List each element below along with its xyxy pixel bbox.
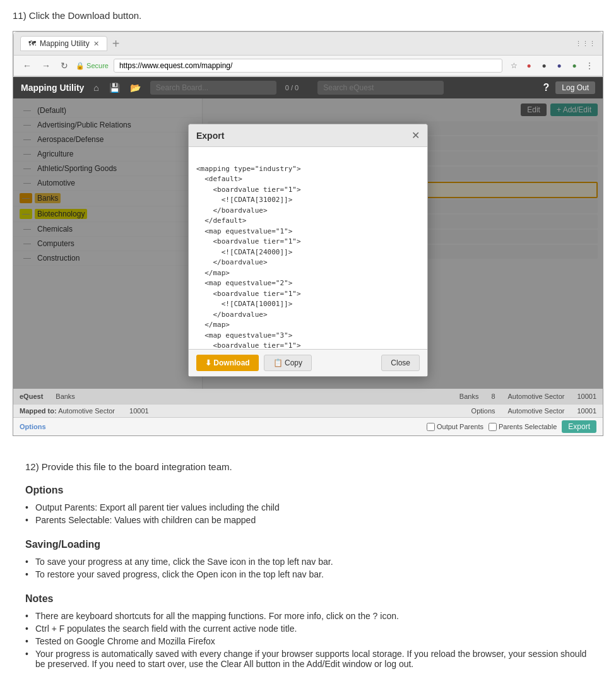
download-button[interactable]: ⬇ Download	[196, 355, 259, 371]
back-button[interactable]: ←	[20, 59, 34, 72]
output-parents-checkbox[interactable]	[427, 423, 435, 431]
automotive-sector-value: 10001	[577, 393, 596, 400]
forward-button[interactable]: →	[39, 59, 53, 72]
options-heading: Options	[25, 485, 591, 496]
modal-header: Export ✕	[189, 124, 427, 147]
mapped-to-label: Mapped to:	[20, 407, 57, 415]
modal-overlay: Export ✕ <mapping type="industry"> <defa…	[13, 98, 603, 389]
list-item: To save your progress at any time, click…	[25, 555, 591, 568]
browser-addressbar: ← → ↻ 🔒 Secure ☆ ● ● ● ● ⋮	[14, 56, 602, 76]
secure-icon: 🔒 Secure	[76, 62, 109, 70]
options-bar: Options Output Parents Parents Selectabl…	[13, 417, 603, 435]
instruction-11: 11) Click the Download button.	[13, 10, 603, 21]
ext-icon-2[interactable]: ●	[538, 59, 550, 72]
mapped-left: Mapped to: Automotive Sector 10001	[20, 407, 149, 415]
output-parents-text: Output Parents	[437, 423, 483, 430]
list-item: There are keyboard shortcuts for all the…	[25, 610, 591, 622]
browser-menu: ⋮⋮⋮	[575, 40, 596, 48]
automotive-sector-label: Automotive Sector	[508, 393, 565, 400]
modal-close-footer-button[interactable]: Close	[381, 355, 420, 371]
list-item: Output Parents: Export all parent tier v…	[25, 501, 591, 514]
copy-button[interactable]: 📋 Copy	[264, 355, 312, 371]
browser-titlebar: 🗺 Mapping Utility ✕ + ⋮⋮⋮	[14, 32, 602, 56]
board-search-input[interactable]	[150, 81, 276, 95]
menu-icon[interactable]: ⋮	[583, 59, 596, 72]
board-banks-value: Banks	[459, 393, 479, 400]
export-modal: Export ✕ <mapping type="industry"> <defa…	[188, 124, 428, 377]
modal-footer: ⬇ Download 📋 Copy Close	[189, 349, 427, 376]
notes-list: There are keyboard shortcuts for all the…	[25, 610, 591, 670]
below-content: 12) Provide this file to the board integ…	[13, 449, 603, 686]
ext-icon-1[interactable]: ●	[523, 59, 535, 72]
options-list: Output Parents: Export all parent tier v…	[25, 501, 591, 526]
list-item: Tested on Google Chrome and Mozilla Fire…	[25, 635, 591, 648]
modal-body: <mapping type="industry"> <default> <boa…	[189, 147, 427, 349]
mapped-bar: Mapped to: Automotive Sector 10001 Optio…	[13, 404, 603, 417]
modal-close-button[interactable]: ✕	[412, 129, 420, 141]
list-item: To restore your saved progress, click th…	[25, 568, 591, 581]
parents-selectable-checkbox[interactable]	[489, 423, 497, 431]
tab-close-icon[interactable]: ✕	[93, 40, 99, 48]
saving-loading-heading: Saving/Loading	[25, 539, 591, 550]
logout-button[interactable]: Log Out	[555, 81, 595, 94]
options-controls: Output Parents Parents Selectable Export	[427, 420, 596, 433]
list-item: Your progress is automatically saved wit…	[25, 648, 591, 670]
options-col-label: Options	[471, 407, 495, 415]
list-item: Ctrl + F populates the search field with…	[25, 622, 591, 635]
notes-heading: Notes	[25, 593, 591, 605]
parents-selectable-label: Parents Selectable	[489, 423, 557, 431]
app-title: Mapping Utility	[21, 83, 84, 93]
parents-selectable-text: Parents Selectable	[499, 423, 557, 430]
app-main: — (Default) — Advertising/Public Relatio…	[13, 98, 603, 389]
results-count: 0 / 0	[285, 84, 299, 92]
status-bar: eQuest Banks Banks 8 Automotive Sector 1…	[13, 389, 603, 404]
ext-icon-3[interactable]: ●	[553, 59, 566, 72]
automotive-sector-code-right: 10001	[577, 407, 596, 415]
save-icon-btn[interactable]: 💾	[106, 81, 123, 94]
modal-title: Export	[196, 131, 224, 141]
ext-icon-4[interactable]: ●	[568, 59, 581, 72]
output-parents-label: Output Parents	[427, 423, 483, 431]
app-right: ? Log Out	[543, 81, 595, 94]
tab-icon: 🗺	[28, 39, 36, 48]
mapped-to-code: 10001	[129, 407, 149, 415]
browser-chrome: 🗺 Mapping Utility ✕ + ⋮⋮⋮ ← → ↻ 🔒 Secure…	[13, 32, 603, 77]
saving-loading-list: To save your progress at any time, click…	[25, 555, 591, 581]
app-navbar: Mapping Utility ⌂ 💾 📂 0 / 0 ? Log Out	[13, 77, 603, 98]
equest-status-value: Banks	[56, 393, 75, 400]
options-label: Options	[20, 423, 46, 430]
export-button[interactable]: Export	[562, 420, 596, 433]
help-button[interactable]: ?	[543, 82, 550, 93]
browser-tab[interactable]: 🗺 Mapping Utility ✕	[20, 36, 107, 51]
list-item: Parents Selectable: Values with children…	[25, 514, 591, 526]
instruction-12: 12) Provide this file to the board integ…	[25, 461, 591, 472]
browser-icons: ☆ ● ● ● ● ⋮	[507, 59, 596, 72]
tab-title: Mapping Utility	[40, 39, 90, 48]
equest-status-label: eQuest	[20, 393, 43, 400]
new-tab-icon[interactable]: +	[112, 37, 120, 51]
app-wrapper: 🗺 Mapping Utility ✕ + ⋮⋮⋮ ← → ↻ 🔒 Secure…	[13, 31, 603, 436]
board-banks-code: 8	[491, 393, 495, 400]
status-row-equest: eQuest Banks Banks 8 Automotive Sector 1…	[20, 391, 596, 401]
mapped-to-value: Automotive Sector	[58, 407, 115, 415]
automotive-sector-right: Automotive Sector	[508, 407, 565, 415]
equest-search-input[interactable]	[317, 81, 444, 95]
home-icon-btn[interactable]: ⌂	[90, 81, 102, 94]
open-icon-btn[interactable]: 📂	[127, 81, 144, 94]
refresh-button[interactable]: ↻	[58, 59, 71, 72]
address-bar[interactable]	[114, 59, 502, 73]
mapped-right: Options Automotive Sector 10001	[471, 407, 596, 415]
bookmark-icon[interactable]: ☆	[507, 59, 520, 72]
app-nav-icons: ⌂ 💾 📂	[90, 81, 143, 94]
